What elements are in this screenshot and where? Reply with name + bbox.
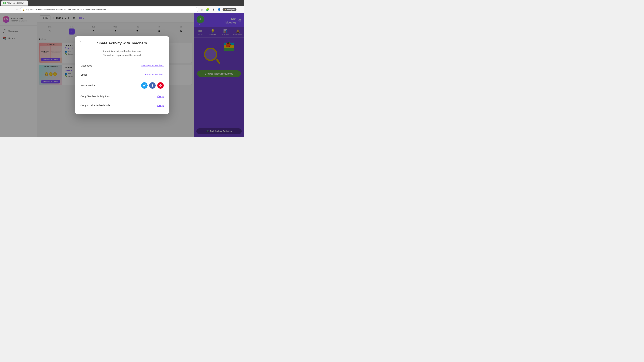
address-bar[interactable]: 🔒 app.seesaw.me/#/class/class.e01bf4c2-9… (20, 7, 198, 12)
menu-button[interactable]: ⋮ (238, 7, 242, 12)
modal-description: Share this activity with other teachers.… (80, 49, 164, 57)
back-button[interactable]: ← (2, 7, 7, 12)
download-button[interactable]: ⬇ (211, 7, 216, 12)
embed-code-row-action: Copy (158, 104, 164, 107)
facebook-button[interactable] (149, 82, 156, 89)
copy-embed-button[interactable]: Copy (158, 104, 164, 107)
copy-link-row-action: Copy (158, 95, 164, 98)
modal-title: Share Activity with Teachers (80, 41, 164, 45)
message-to-teachers-link[interactable]: Message to Teachers (142, 64, 164, 67)
modal-row-social: Social Media (80, 79, 164, 92)
incognito-badge: 🕵️ Incognito (222, 8, 236, 11)
browser-nav-bar: ← → ↻ 🔒 app.seesaw.me/#/class/class.e01b… (0, 6, 244, 13)
extensions-button[interactable]: 🧩 (206, 7, 210, 12)
messages-row-label: Messages (80, 64, 92, 67)
lock-icon: 🔒 (22, 8, 25, 11)
bookmark-button[interactable]: ☆ (200, 7, 204, 12)
tab-favicon: S (3, 2, 6, 4)
modal-header: × Share Activity with Teachers (75, 36, 169, 48)
email-row-label: Email (80, 73, 87, 76)
email-to-teachers-link[interactable]: Email to Teachers (145, 73, 164, 76)
new-tab-button[interactable]: + (29, 1, 33, 5)
embed-code-row-label: Copy Activity Embed Code (80, 104, 110, 107)
twitter-button[interactable] (141, 82, 148, 89)
messages-row-action: Message to Teachers (142, 64, 164, 67)
browser-tab-bar: S Activities - Seesaw × + (0, 0, 244, 6)
modal-row-embed-code: Copy Activity Embed Code Copy (80, 101, 164, 110)
copy-link-button[interactable]: Copy (158, 95, 164, 98)
copy-link-row-label: Copy Teacher Activity Link (80, 95, 110, 98)
social-row-label: Social Media (80, 84, 95, 87)
modal-row-messages: Messages Message to Teachers (80, 61, 164, 70)
reload-button[interactable]: ↻ (14, 7, 19, 12)
app-layout: LD Lauren Deli Teacher - 2 Classes 💬 Mes… (0, 13, 244, 137)
social-row-action (141, 82, 164, 89)
modal-row-copy-link: Copy Teacher Activity Link Copy (80, 92, 164, 101)
pinterest-button[interactable] (157, 82, 164, 89)
profile-button[interactable]: 👤 (217, 7, 222, 12)
nav-actions: ☆ 🧩 ⬇ 👤 🕵️ Incognito ⋮ (200, 7, 242, 12)
modal-overlay[interactable]: × Share Activity with Teachers Share thi… (0, 13, 244, 137)
modal-desc-line1: Share this activity with other teachers. (102, 50, 142, 53)
modal-close-button[interactable]: × (78, 39, 82, 44)
modal-desc-line2: No student responses will be shared. (103, 54, 142, 56)
email-row-action: Email to Teachers (145, 73, 164, 76)
share-activity-modal: × Share Activity with Teachers Share thi… (75, 36, 169, 114)
modal-row-email: Email Email to Teachers (80, 70, 164, 79)
modal-body: Share this activity with other teachers.… (75, 48, 169, 114)
url-text: app.seesaw.me/#/class/class.e01bf4c2-9a2… (26, 8, 196, 11)
browser-tab[interactable]: S Activities - Seesaw × (1, 0, 28, 5)
tab-title: Activities - Seesaw (7, 2, 24, 4)
tab-close-button[interactable]: × (25, 2, 26, 4)
forward-button[interactable]: → (8, 7, 13, 12)
